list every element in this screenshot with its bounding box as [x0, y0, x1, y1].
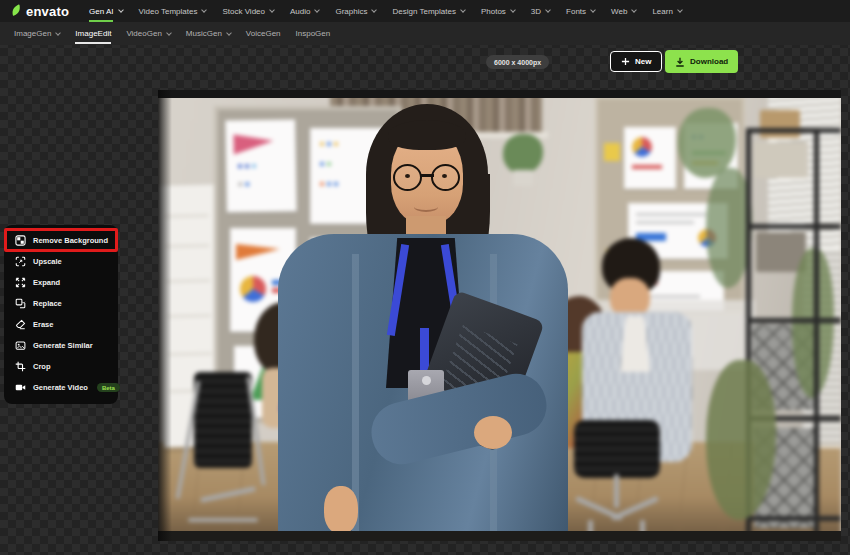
generate-video-icon — [15, 382, 26, 393]
photo-cardboard-box — [760, 110, 800, 138]
nav-3d[interactable]: 3D — [531, 0, 550, 22]
subnav-inspogen[interactable]: InspoGen — [296, 22, 331, 45]
chevron-down-icon — [590, 7, 596, 13]
nav-audio[interactable]: Audio — [290, 0, 319, 22]
page: { "brand": { "name": "envato" }, "top_na… — [0, 0, 850, 555]
chevron-down-icon — [118, 7, 124, 13]
envato-logo-text: envato — [26, 4, 69, 19]
new-button[interactable]: New — [610, 51, 662, 72]
photo-box — [754, 142, 808, 178]
expand-icon — [15, 277, 26, 288]
download-button[interactable]: Download — [665, 50, 738, 73]
photo-subject-fringe — [388, 120, 466, 150]
canvas-image[interactable] — [158, 90, 841, 541]
chevron-down-icon — [510, 7, 516, 13]
photo-left-shadow — [158, 90, 172, 541]
erase-icon — [15, 319, 26, 330]
photo-subject-glasses-bridge — [420, 174, 434, 177]
photo-subject-smile — [414, 202, 438, 212]
nav-graphics[interactable]: Graphics — [335, 0, 376, 22]
nav-web[interactable]: Web — [611, 0, 636, 22]
chevron-down-icon — [269, 7, 275, 13]
chevron-down-icon — [202, 7, 208, 13]
photo-subject-hand — [474, 416, 512, 449]
generate-similar-icon — [15, 340, 26, 351]
nav-fonts[interactable]: Fonts — [566, 0, 595, 22]
tool-remove-background[interactable]: Remove Background — [4, 230, 118, 251]
top-nav-items: Gen AI Video Templates Stock Video Audio… — [89, 0, 682, 22]
photo-top-edge — [158, 90, 841, 98]
image-size-badge: 6000 x 4000px — [486, 55, 549, 69]
nav-gen-ai[interactable]: Gen AI — [89, 0, 122, 22]
replace-icon — [15, 298, 26, 309]
photo-subject-hand — [324, 486, 358, 534]
beta-badge: Beta — [97, 383, 120, 392]
tool-upscale[interactable]: Upscale — [4, 251, 118, 272]
tool-generate-similar[interactable]: Generate Similar — [4, 335, 118, 356]
top-navbar: envato Gen AI Video Templates Stock Vide… — [0, 0, 850, 22]
envato-leaf-icon — [10, 4, 23, 19]
tool-generate-video[interactable]: Generate Video Beta — [4, 377, 118, 398]
edit-tools-panel: Remove Background Upscale Expand Replace… — [4, 225, 118, 404]
chevron-down-icon — [460, 7, 466, 13]
envato-logo[interactable]: envato — [10, 4, 69, 19]
chevron-down-icon — [166, 30, 172, 36]
nav-video-templates[interactable]: Video Templates — [139, 0, 207, 22]
tool-crop[interactable]: Crop — [4, 356, 118, 377]
photo-subject-id-badge-clip — [422, 376, 431, 385]
photo-plant — [792, 248, 834, 398]
tool-expand[interactable]: Expand — [4, 272, 118, 293]
upscale-icon — [15, 256, 26, 267]
photo-bottom-edge — [158, 531, 841, 541]
tool-erase[interactable]: Erase — [4, 314, 118, 335]
subnav-imagegen[interactable]: ImageGen — [14, 22, 60, 45]
plus-icon — [621, 57, 630, 66]
nav-design-templates[interactable]: Design Templates — [392, 0, 464, 22]
chevron-down-icon — [677, 7, 683, 13]
chevron-down-icon — [632, 7, 638, 13]
photo-subject-eye — [405, 174, 410, 178]
tool-replace[interactable]: Replace — [4, 293, 118, 314]
chevron-down-icon — [372, 7, 378, 13]
remove-background-icon — [15, 235, 26, 246]
photo-subject-eye — [442, 174, 447, 178]
crop-icon — [15, 361, 26, 372]
subnav-imageedit[interactable]: ImageEdit — [75, 22, 111, 45]
photo-main-subject — [278, 104, 568, 541]
photo-chair-left — [180, 372, 272, 540]
subnav-voicegen[interactable]: VoiceGen — [246, 22, 281, 45]
chevron-down-icon — [56, 30, 62, 36]
nav-learn[interactable]: Learn — [652, 0, 681, 22]
download-icon — [675, 57, 685, 67]
chevron-down-icon — [545, 7, 551, 13]
nav-stock-video[interactable]: Stock Video — [222, 0, 274, 22]
chevron-down-icon — [315, 7, 321, 13]
nav-photos[interactable]: Photos — [481, 0, 515, 22]
gen-ai-subnav: ImageGen ImageEdit VideoGen MusicGen Voi… — [0, 22, 850, 45]
subnav-videogen[interactable]: VideoGen — [126, 22, 170, 45]
subnav-musicgen[interactable]: MusicGen — [186, 22, 231, 45]
chevron-down-icon — [226, 30, 232, 36]
